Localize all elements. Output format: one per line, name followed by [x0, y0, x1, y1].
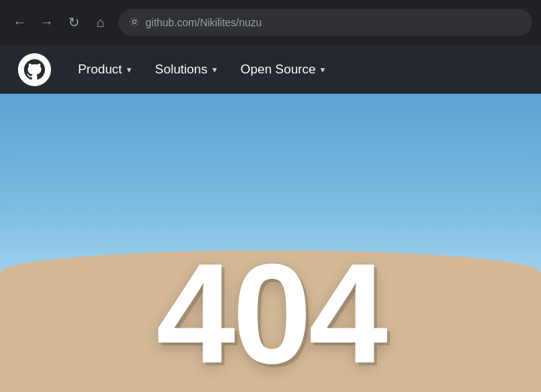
opensource-chevron-icon: ▾ [320, 64, 325, 75]
nav-item-opensource[interactable]: Open Source ▾ [232, 56, 334, 83]
nav-item-solutions[interactable]: Solutions ▾ [146, 56, 226, 83]
nav-item-product[interactable]: Product ▾ [69, 56, 140, 83]
reload-button[interactable]: ↻ [63, 12, 84, 33]
forward-button[interactable]: → [36, 12, 57, 33]
svg-point-0 [133, 19, 137, 23]
github-nav: Product ▾ Solutions ▾ Open Source ▾ [0, 45, 541, 94]
error-page: 404 [0, 94, 541, 392]
address-text: github.com/Nikilites/nuzu [146, 16, 262, 28]
browser-chrome: ← → ↻ ⌂ github.com/Nikilites/nuzu [0, 0, 541, 45]
home-button[interactable]: ⌂ [90, 12, 111, 33]
github-logo[interactable] [18, 53, 51, 86]
nav-solutions-label: Solutions [155, 62, 208, 77]
nav-product-label: Product [78, 62, 122, 77]
security-icon [129, 16, 140, 29]
error-code: 404 [0, 242, 541, 385]
solutions-chevron-icon: ▾ [212, 64, 217, 75]
address-bar[interactable]: github.com/Nikilites/nuzu [119, 9, 532, 36]
nav-opensource-label: Open Source [241, 62, 316, 77]
product-chevron-icon: ▾ [127, 64, 131, 75]
back-button[interactable]: ← [9, 12, 30, 33]
url-path: Nikilites/nuzu [200, 16, 261, 28]
browser-nav-buttons: ← → ↻ ⌂ [9, 12, 111, 33]
url-domain: github.com/ [146, 16, 200, 28]
